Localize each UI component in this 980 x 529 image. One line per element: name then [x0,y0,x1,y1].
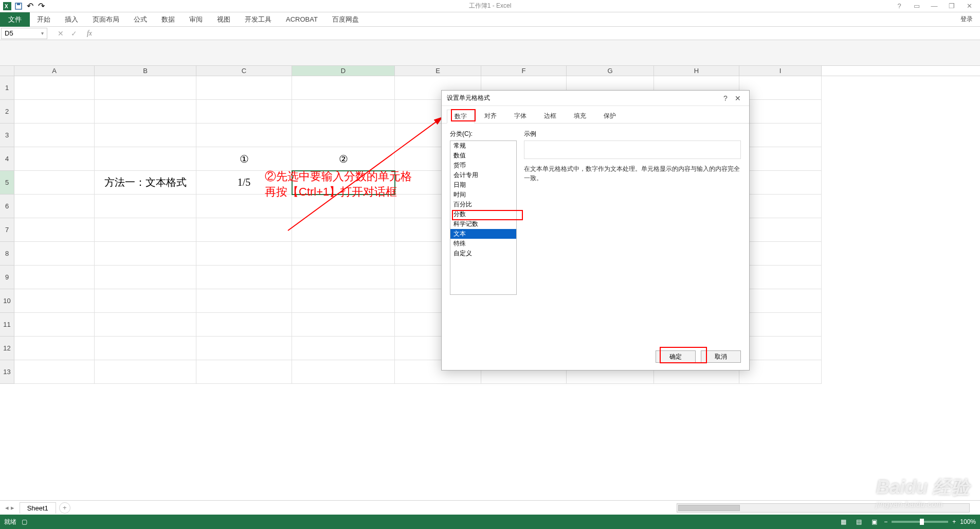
row-header-8[interactable]: 8 [0,242,14,266]
cell-B13[interactable] [95,360,196,384]
fx-icon[interactable]: fx [83,28,96,39]
cell-A12[interactable] [14,337,95,360]
cell-A10[interactable] [14,289,95,313]
cell-B7[interactable] [95,218,196,242]
cell-D4[interactable]: ② [292,147,395,171]
category-item-8[interactable]: 科学记数 [450,219,516,229]
cell-I5[interactable] [739,171,822,195]
dialog-tab-protect[interactable]: 保护 [596,109,624,123]
cell-B8[interactable] [95,242,196,266]
cell-I11[interactable] [739,313,822,337]
horizontal-scrollbar[interactable] [677,503,970,513]
category-list[interactable]: 常规数值货币会计专用日期时间百分比分数科学记数文本特殊自定义 [450,140,517,295]
column-header-H[interactable]: H [654,66,739,76]
column-header-E[interactable]: E [395,66,481,76]
row-header-6[interactable]: 6 [0,195,14,218]
cell-C2[interactable] [196,100,292,124]
sheet-tab-sheet1[interactable]: Sheet1 [20,502,56,514]
file-tab[interactable]: 文件 [0,12,30,27]
row-header-7[interactable]: 7 [0,218,14,242]
cell-D9[interactable] [292,266,395,289]
category-item-3[interactable]: 会计专用 [450,170,516,180]
cell-A2[interactable] [14,100,95,124]
cell-C13[interactable] [196,360,292,384]
cell-A13[interactable] [14,360,95,384]
dialog-cancel-button[interactable]: 取消 [701,350,741,363]
cell-I8[interactable] [739,242,822,266]
view-layout-icon[interactable]: ▤ [853,517,864,526]
ribbon-tab-baidu[interactable]: 百度网盘 [325,12,366,27]
cell-I4[interactable] [739,147,822,171]
cell-A7[interactable] [14,218,95,242]
row-header-10[interactable]: 10 [0,289,14,313]
row-header-5[interactable]: 5 [0,171,14,195]
help-button[interactable]: ? [893,2,906,11]
cell-B4[interactable] [95,147,196,171]
ribbon-tab-home[interactable]: 开始 [30,12,58,27]
undo-icon[interactable]: ↶ [25,1,35,11]
cell-C10[interactable] [196,289,292,313]
close-button[interactable]: ✕ [963,2,976,11]
dialog-help-button[interactable]: ? [719,94,732,102]
row-header-3[interactable]: 3 [0,124,14,147]
cell-B9[interactable] [95,266,196,289]
cell-A4[interactable] [14,147,95,171]
login-link[interactable]: 登录 [960,15,980,24]
cell-B2[interactable] [95,100,196,124]
cell-D13[interactable] [292,360,395,384]
row-header-2[interactable]: 2 [0,100,14,124]
cell-B5[interactable]: 方法一：文本格式 [95,171,196,195]
column-header-D[interactable]: D [292,66,395,76]
cell-I6[interactable] [739,195,822,218]
category-item-5[interactable]: 时间 [450,190,516,200]
cell-A8[interactable] [14,242,95,266]
cell-A5[interactable] [14,171,95,195]
category-item-6[interactable]: 百分比 [450,200,516,209]
minimize-button[interactable]: — [928,2,941,11]
formula-confirm-icon[interactable]: ✓ [68,28,80,39]
cell-C3[interactable] [196,124,292,147]
dialog-tab-number[interactable]: 数字 [447,110,475,124]
row-header-4[interactable]: 4 [0,147,14,171]
cell-C8[interactable] [196,242,292,266]
scrollbar-thumb[interactable] [678,505,740,511]
cell-I12[interactable] [739,337,822,360]
cell-B1[interactable] [95,76,196,100]
cell-I7[interactable] [739,218,822,242]
save-icon[interactable] [13,1,24,11]
cell-C1[interactable] [196,76,292,100]
view-pagebreak-icon[interactable]: ▣ [868,517,880,526]
column-header-C[interactable]: C [196,66,292,76]
formula-cancel-icon[interactable]: ✕ [55,28,67,39]
zoom-level[interactable]: 100% [960,518,976,525]
cell-C11[interactable] [196,313,292,337]
cell-C12[interactable] [196,337,292,360]
cell-A3[interactable] [14,124,95,147]
cell-I3[interactable] [739,124,822,147]
zoom-in-icon[interactable]: + [952,518,956,525]
column-header-A[interactable]: A [14,66,95,76]
category-item-1[interactable]: 数值 [450,151,516,161]
cell-A6[interactable] [14,195,95,218]
ribbon-tab-review[interactable]: 审阅 [182,12,210,27]
excel-icon[interactable]: X [2,1,12,11]
ribbon-tab-developer[interactable]: 开发工具 [238,12,279,27]
category-item-10[interactable]: 特殊 [450,239,516,249]
category-item-0[interactable]: 常规 [450,141,516,151]
cell-D7[interactable] [292,218,395,242]
dialog-close-button[interactable]: ✕ [732,94,744,102]
ribbon-options-button[interactable]: ▭ [910,2,923,11]
category-item-2[interactable]: 货币 [450,161,516,170]
zoom-slider[interactable] [892,521,948,523]
cell-C7[interactable] [196,218,292,242]
formula-input[interactable] [96,28,980,39]
row-header-12[interactable]: 12 [0,337,14,360]
row-header-13[interactable]: 13 [0,360,14,384]
ribbon-tab-layout[interactable]: 页面布局 [85,12,126,27]
row-header-11[interactable]: 11 [0,313,14,337]
cell-I1[interactable] [739,76,822,100]
column-header-I[interactable]: I [739,66,822,76]
dialog-tab-fill[interactable]: 填充 [566,109,594,123]
cell-C9[interactable] [196,266,292,289]
cell-B12[interactable] [95,337,196,360]
